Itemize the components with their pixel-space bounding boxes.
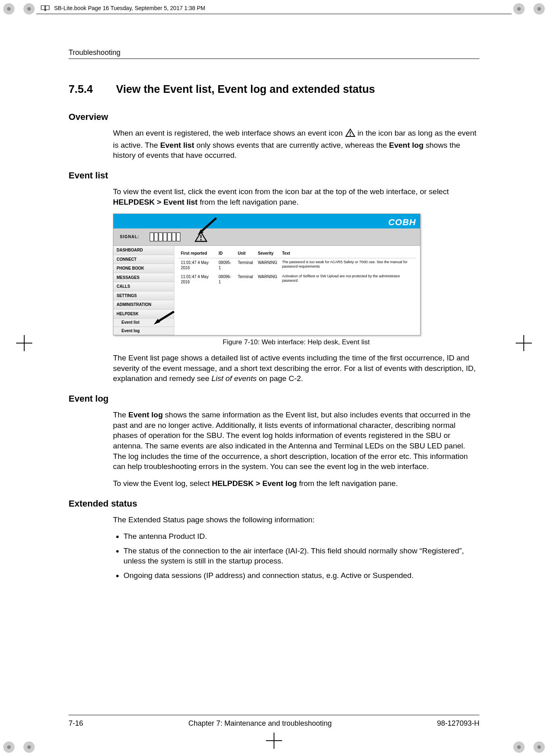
figure-nav: DASHBOARD CONNECT PHONE BOOK MESSAGES CA… (113, 246, 174, 335)
section-title: 7.5.4 View the Event list, Event log and… (69, 83, 479, 96)
registration-cross (270, 737, 278, 745)
col-first-reported: First reported (178, 249, 216, 258)
doc-number: 98-127093-H (437, 719, 479, 728)
section-number: 7.5.4 (69, 83, 113, 96)
footer-rule (69, 715, 479, 715)
col-severity: Severity (255, 249, 280, 258)
event-list-body: To view the event list, click the event … (113, 186, 479, 384)
figure-caption: Figure 7-10: Web interface: Help desk, E… (113, 338, 479, 347)
crop-mark (23, 3, 35, 15)
warning-triangle-icon (345, 128, 356, 140)
event-log-p1: The Event log shows the same information… (113, 410, 479, 472)
crop-mark (533, 3, 545, 15)
content-area: Troubleshooting 7.5.4 View the Event lis… (69, 48, 479, 585)
crop-mark (3, 3, 15, 15)
rule (69, 59, 479, 59)
event-list-p1: To view the event list, click the event … (113, 186, 479, 207)
nav-item-dashboard[interactable]: DASHBOARD (113, 246, 174, 255)
col-text: Text (280, 249, 416, 258)
figure-topbar: COBH (113, 214, 420, 228)
list-item: Ongoing data sessions (IP address) and c… (123, 570, 479, 581)
list-item: The status of the connection to the air … (123, 546, 479, 566)
svg-line-2 (200, 218, 216, 232)
framemaker-tag-text: SB-Lite.book Page 16 Tuesday, September … (54, 5, 205, 11)
extended-status-body: The Extended Status page shows the follo… (113, 515, 479, 581)
overview-body: When an event is registered, the web int… (113, 128, 479, 161)
cell-text: Activation of Selftest or SW Upload are … (280, 272, 416, 287)
cell-unit: Terminal (235, 272, 255, 287)
extended-intro: The Extended Status page shows the follo… (113, 515, 479, 525)
crop-mark (533, 741, 545, 753)
cell-id: 08096-1 (216, 272, 235, 287)
registration-cross (20, 339, 28, 347)
footer-row: 7-16 Chapter 7: Maintenance and troubles… (69, 719, 479, 728)
signal-label: SIGNAL: (120, 234, 139, 240)
cell-sev: WARNING (255, 258, 280, 272)
annotation-arrow-icon (150, 310, 178, 328)
running-head: Troubleshooting (69, 48, 479, 57)
event-list-heading: Event list (69, 170, 479, 181)
event-warning-icon[interactable] (194, 231, 208, 245)
extended-status-heading: Extended status (69, 498, 479, 509)
cell-id: 08095-1 (216, 258, 235, 272)
chapter-title: Chapter 7: Maintenance and troubleshooti… (188, 719, 332, 728)
cell-unit: Terminal (235, 258, 255, 272)
event-log-body: The Event log shows the same information… (113, 410, 479, 488)
col-id: ID (216, 249, 235, 258)
svg-point-1 (349, 135, 351, 136)
nav-item-settings[interactable]: SETTINGS (113, 291, 174, 301)
col-unit: Unit (235, 249, 255, 258)
page-number: 7-16 (69, 719, 83, 728)
cell-time: 11:01:47 4 May 2016 (178, 272, 216, 287)
extended-bullets: The antenna Product ID. The status of th… (113, 531, 479, 581)
figure-table: First reported ID Unit Severity Text 11:… (174, 246, 420, 335)
event-log-heading: Event log (69, 394, 479, 404)
figure-web-eventlist: COBH SIGNAL: DASHBOARD (113, 214, 420, 335)
cell-time: 11:01:47 4 May 2016 (178, 258, 216, 272)
table-row: 11:01:47 4 May 2016 08095-1 Terminal WAR… (178, 258, 416, 272)
overview-heading: Overview (69, 112, 479, 122)
event-log-p2: To view the Event log, select HELPDESK >… (113, 478, 479, 489)
crop-mark (3, 741, 15, 753)
event-list-p2: The Event list page shows a detailed lis… (113, 353, 479, 384)
figure-signal-row: SIGNAL: (113, 228, 420, 246)
nav-item-messages[interactable]: MESSAGES (113, 273, 174, 283)
svg-point-4 (200, 239, 202, 241)
svg-line-5 (157, 312, 174, 322)
overview-paragraph: When an event is registered, the web int… (113, 128, 479, 161)
nav-item-phonebook[interactable]: PHONE BOOK (113, 264, 174, 273)
crop-mark (513, 741, 525, 753)
page: SB-Lite.book Page 16 Tuesday, September … (0, 0, 548, 756)
list-item: The antenna Product ID. (123, 531, 479, 542)
nav-item-administration[interactable]: ADMINISTRATION (113, 300, 174, 310)
section-title-text: View the Event list, Event log and exten… (116, 83, 375, 95)
crop-mark (513, 3, 525, 15)
cell-text: The password is too weak for ACARS Safet… (280, 258, 416, 272)
cell-sev: WARNING (255, 272, 280, 287)
nav-item-connect[interactable]: CONNECT (113, 255, 174, 264)
crop-mark (23, 741, 35, 753)
brand-logo: COBH (388, 216, 416, 228)
footer: 7-16 Chapter 7: Maintenance and troubles… (69, 715, 479, 728)
table-row: 11:01:47 4 May 2016 08096-1 Terminal WAR… (178, 272, 416, 287)
framemaker-tag: SB-Lite.book Page 16 Tuesday, September … (40, 5, 205, 12)
book-icon (40, 5, 50, 12)
header-rule (36, 14, 512, 14)
figure-body: DASHBOARD CONNECT PHONE BOOK MESSAGES CA… (113, 246, 420, 335)
nav-item-calls[interactable]: CALLS (113, 282, 174, 291)
nav-sub-event-log[interactable]: Event log (113, 327, 174, 335)
registration-cross (520, 339, 528, 347)
signal-bars-icon (150, 232, 180, 241)
